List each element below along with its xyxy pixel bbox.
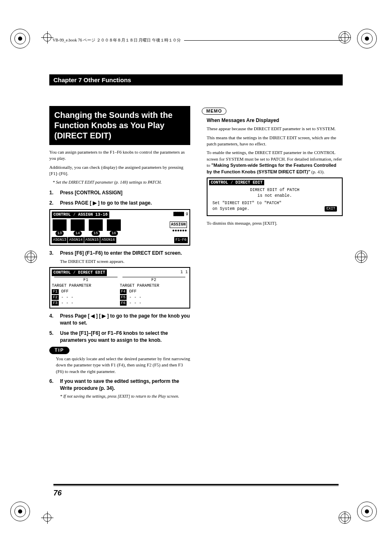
intro-paragraph-1: You can assign parameters to the F1–F6 k… — [49, 149, 190, 162]
page-indicator: 1 1 — [180, 269, 188, 276]
tip-badge: TIP — [49, 347, 69, 354]
step-6: 6. If you want to save the edited settin… — [49, 378, 190, 392]
assign-label: ASSIGN — [170, 221, 187, 228]
knob-badge: 13 — [55, 231, 64, 236]
figure-titlebar: CONTROL ⁄ ASSIGN 13-16 — [52, 212, 109, 218]
memo-paragraph: To enable the settings, the DIRECT EDIT … — [207, 150, 343, 175]
message-line: DIRECT EDIT of PATCH — [212, 187, 337, 193]
section-title-text: Changing the Sounds with the Function Kn… — [54, 111, 173, 140]
left-column: Changing the Sounds with the Function Kn… — [49, 106, 190, 403]
knob-icon — [107, 219, 121, 231]
page-number: 76 — [53, 489, 62, 497]
step-text: Press [F6] (F1–F6) to enter the DIRECT E… — [60, 250, 190, 257]
param-value: - - - — [61, 295, 74, 299]
knob-icon — [89, 219, 103, 231]
step-text: Use the [F1]–[F6] or F1–F6 knobs to sele… — [60, 330, 190, 344]
tab-button: ASGN14 — [68, 237, 83, 243]
file-info-text: VB-99_e.book 76 ページ ２００８年８月１８日 月曜日 午後１時１… — [53, 37, 181, 43]
chapter-title: Chapter 7 Other Functions — [53, 76, 131, 83]
figure-message-screen: CONTROL ⁄ DIRECT EDIT DIRECT EDIT of PAT… — [207, 177, 343, 216]
row-badge: F5 — [120, 295, 127, 300]
header-rule — [184, 40, 343, 41]
step-number: 6. — [49, 378, 56, 392]
chapter-title-bar: Chapter 7 Other Functions — [49, 74, 343, 85]
row-badge: F4 — [120, 289, 127, 294]
exit-button-graphic: EXIT — [325, 206, 337, 212]
param-header: TARGET PARAMETER — [120, 283, 188, 289]
footer-rule — [53, 484, 339, 485]
step-note: * If not saving the settings, press [EXI… — [57, 394, 190, 400]
step-3: 3. Press [F6] (F1–F6) to enter the DIREC… — [49, 250, 190, 257]
column-header: F2 — [122, 277, 186, 283]
intro-note: * Set the DIRECT EDIT parameter (p. 148)… — [49, 180, 190, 186]
param-header: TARGET PARAMETER — [52, 283, 120, 289]
memo-badge: MEMO — [202, 108, 226, 115]
register-mark-top-left — [10, 29, 35, 53]
memo-text-post: (p. 43). — [310, 169, 325, 174]
step-5: 5. Use the [F1]–[F6] or F1–F6 knobs to s… — [49, 330, 190, 344]
right-column: MEMO When Messages Are Displayed These a… — [202, 106, 343, 403]
page-indicator: █████ 9 — [173, 212, 188, 218]
step-number: 1. — [49, 189, 56, 196]
param-value: - - - — [129, 301, 141, 305]
step-number: 5. — [49, 330, 56, 344]
message-line: on System page. — [212, 207, 249, 211]
step-number: 3. — [49, 250, 56, 257]
row-badge: F1 — [52, 289, 59, 294]
page-header: VB-99_e.book 76 ページ ２００８年８月１８日 月曜日 午後１時１… — [49, 35, 343, 46]
knob-badge: 15 — [92, 231, 100, 236]
knob-icon — [53, 219, 67, 231]
param-value: - - - — [129, 295, 141, 299]
knob-badge: 16 — [110, 231, 118, 236]
step-text: If you want to save the edited settings,… — [60, 378, 190, 392]
step-text: Press PAGE [ ▶ ] to go to the last page. — [60, 200, 190, 207]
step-2: 2. Press PAGE [ ▶ ] to go to the last pa… — [49, 200, 190, 207]
tab-button: F1-F6 — [174, 237, 188, 243]
section-title: Changing the Sounds with the Function Kn… — [49, 106, 190, 145]
knob-icon — [71, 219, 85, 231]
param-value: OFF — [129, 289, 136, 294]
tip-text: You can quickly locate and select the de… — [56, 356, 190, 375]
dots-icon: ●●●●●● — [170, 228, 187, 234]
crosshair-icon — [355, 251, 367, 263]
step-4: 4. Press Page [ ◀ ] [ ▶ ] to go to the p… — [49, 313, 190, 327]
param-value: OFF — [61, 289, 69, 294]
row-badge: F3 — [52, 301, 59, 306]
intro-paragraph-2: Additionally, you can check (display) th… — [49, 164, 190, 177]
row-badge: F2 — [52, 295, 59, 300]
step-number: 2. — [49, 200, 56, 207]
register-mark-top-right — [357, 29, 382, 53]
step-text: Press [CONTROL ASSIGN] — [60, 189, 190, 196]
tab-button: ASGN15 — [84, 237, 100, 243]
register-mark-bottom-left — [10, 502, 35, 526]
register-mark-bottom-right — [357, 502, 382, 526]
memo-paragraph: This means that the settings in the DIRE… — [207, 135, 343, 147]
dismiss-text: To dismiss this message, press [EXIT]. — [207, 220, 343, 226]
message-line: is not enable. — [212, 193, 337, 199]
knob-badge: 14 — [74, 231, 82, 236]
tab-button: ASGN13 — [52, 237, 67, 243]
crosshair-icon — [25, 251, 37, 263]
figure-direct-edit-screen: CONTROL ⁄ DIRECT EDIT 1 1 F1 TARGET PARA… — [49, 267, 190, 309]
memo-paragraph: These appear because the DIRECT EDIT par… — [207, 126, 343, 132]
param-value: - - - — [61, 301, 74, 305]
figure-assign-screen: CONTROL ⁄ ASSIGN 13-16 █████ 9 13 14 15 … — [49, 209, 190, 246]
figure-titlebar: CONTROL ⁄ DIRECT EDIT — [209, 180, 264, 185]
step-text: Press Page [ ◀ ] [ ▶ ] to go to the page… — [60, 313, 190, 327]
step-subtext: The DIRECT EDIT screen appears. — [60, 258, 190, 265]
memo-heading: When Messages Are Displayed — [207, 117, 343, 124]
figure-titlebar: CONTROL ⁄ DIRECT EDIT — [52, 269, 107, 276]
step-1: 1. Press [CONTROL ASSIGN] — [49, 189, 190, 196]
column-header: F1 — [54, 277, 118, 283]
page-content: VB-99_e.book 76 ページ ２００８年８月１８日 月曜日 午後１時１… — [49, 35, 343, 520]
tab-button: ASGN16 — [100, 237, 116, 243]
message-line: Set "DIRECT EDIT" to "PATCH" — [212, 200, 337, 206]
row-badge: F6 — [120, 301, 127, 306]
step-number: 4. — [49, 313, 56, 327]
